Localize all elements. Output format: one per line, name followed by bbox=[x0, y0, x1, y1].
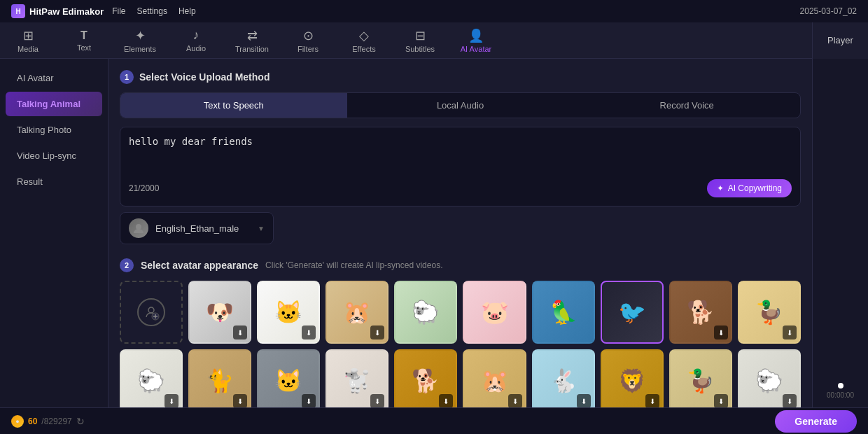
ai-copy-label: AI Copywriting bbox=[728, 183, 782, 193]
download-badge[interactable]: ⬇ bbox=[508, 394, 522, 407]
sidebar-item-result[interactable]: Result bbox=[6, 169, 102, 194]
title-bar: H HitPaw Edimakor File Settings Help 202… bbox=[0, 0, 868, 22]
tab-text-to-speech[interactable]: Text to Speech bbox=[120, 93, 347, 118]
avatar-hint: Click 'Generate' will create AI lip-sync… bbox=[265, 260, 442, 270]
player-button[interactable]: Player bbox=[812, 22, 868, 59]
download-badge[interactable]: ⬇ bbox=[302, 326, 316, 340]
download-badge[interactable]: ⬇ bbox=[302, 394, 316, 407]
avatar-card[interactable]: 🐑 ⬇ bbox=[120, 349, 183, 407]
filters-icon: ⊙ bbox=[303, 28, 314, 43]
avatar-card[interactable]: 🐷 bbox=[463, 281, 526, 344]
download-badge[interactable]: ⬇ bbox=[233, 394, 247, 407]
coin-amount: 60 bbox=[28, 416, 37, 426]
toolbar-text[interactable]: T Text bbox=[56, 22, 112, 59]
coin-total: /829297 bbox=[41, 416, 71, 426]
section2-header: 2 Select avatar appearance Click 'Genera… bbox=[120, 258, 801, 272]
app-name: HitPaw Edimakor bbox=[29, 6, 104, 17]
download-badge[interactable]: ⬇ bbox=[714, 326, 728, 340]
voice-avatar bbox=[129, 218, 148, 238]
toolbar-elements[interactable]: ✦ Elements bbox=[112, 22, 168, 59]
tab-record-voice[interactable]: Record Voice bbox=[573, 93, 800, 118]
toolbar-effects-label: Effects bbox=[352, 45, 375, 53]
avatar-card[interactable]: 🐑 ⬇ bbox=[738, 349, 801, 407]
avatar-card[interactable]: 🐈 ⬇ bbox=[188, 349, 251, 407]
text-icon: T bbox=[80, 29, 88, 42]
avatar-add-new[interactable] bbox=[120, 281, 183, 344]
avatar-card[interactable]: 🐱 ⬇ bbox=[257, 281, 320, 344]
toolbar-effects[interactable]: ◇ Effects bbox=[336, 22, 392, 59]
avatar-card[interactable]: 🐑 bbox=[394, 281, 457, 344]
section2-title: Select avatar appearance bbox=[141, 260, 258, 271]
coins-info: ● 60 /829297 ↻ bbox=[11, 415, 85, 428]
download-badge[interactable]: ⬇ bbox=[645, 394, 659, 407]
download-badge[interactable]: ⬇ bbox=[577, 394, 591, 407]
char-count: 21/2000 bbox=[129, 183, 159, 193]
avatar-card[interactable]: 🐕 ⬇ bbox=[669, 281, 732, 344]
voice-selector[interactable]: English_Ethan_male ▼ bbox=[120, 212, 274, 244]
avatar-card-selected[interactable]: 🐦 bbox=[601, 281, 664, 344]
tab-local-audio[interactable]: Local Audio bbox=[347, 93, 574, 118]
title-bar-left: H HitPaw Edimakor File Settings Help bbox=[11, 4, 196, 18]
toolbar-transition[interactable]: ⇄ Transition bbox=[224, 22, 280, 59]
toolbar-transition-label: Transition bbox=[235, 45, 269, 53]
download-badge[interactable]: ⬇ bbox=[233, 326, 247, 340]
toolbar-subtitles-label: Subtitles bbox=[405, 45, 435, 53]
avatar-card[interactable]: 🐕 ⬇ bbox=[394, 349, 457, 407]
download-badge[interactable]: ⬇ bbox=[714, 394, 728, 407]
toolbar-ai-avatar-label: AI Avatar bbox=[461, 45, 491, 53]
avatar-card[interactable]: 🦜 bbox=[532, 281, 595, 344]
toolbar-filters-label: Filters bbox=[298, 45, 318, 53]
menu-file[interactable]: File bbox=[112, 6, 125, 16]
section1-header: 1 Select Voice Upload Method bbox=[120, 70, 801, 84]
avatar-card[interactable]: 🦁 ⬇ bbox=[601, 349, 664, 407]
download-badge[interactable]: ⬇ bbox=[783, 326, 797, 340]
toolbar-ai-avatar[interactable]: 👤 AI Avatar bbox=[448, 22, 504, 59]
avatar-card[interactable]: 🐱 ⬇ bbox=[257, 349, 320, 407]
avatar-card[interactable]: 🐩 ⬇ bbox=[326, 349, 388, 407]
timeline-dot bbox=[838, 383, 844, 388]
ai-copywriting-button[interactable]: ✦ AI Copywriting bbox=[707, 179, 792, 197]
avatar-card[interactable]: 🐇 ⬇ bbox=[532, 349, 595, 407]
avatar-card[interactable]: 🦆 ⬇ bbox=[669, 349, 732, 407]
sidebar-item-talking-photo[interactable]: Talking Photo bbox=[6, 118, 102, 142]
audio-icon: ♪ bbox=[193, 28, 200, 43]
menu-help[interactable]: Help bbox=[178, 6, 196, 16]
download-badge[interactable]: ⬇ bbox=[439, 394, 453, 407]
svg-point-0 bbox=[136, 224, 141, 230]
download-badge[interactable]: ⬇ bbox=[164, 394, 178, 407]
date-display: 2025-03-07_02 bbox=[800, 6, 857, 16]
content-area: AI Avatar Talking Animal Talking Photo V… bbox=[0, 59, 868, 407]
menu-items: File Settings Help bbox=[112, 6, 195, 16]
avatar-card[interactable]: 🐹 ⬇ bbox=[326, 281, 388, 344]
sidebar-item-ai-avatar[interactable]: AI Avatar bbox=[6, 66, 102, 90]
sidebar-item-talking-animal[interactable]: Talking Animal bbox=[6, 92, 102, 116]
download-badge[interactable]: ⬇ bbox=[370, 326, 384, 340]
effects-icon: ◇ bbox=[359, 28, 369, 43]
logo-icon: H bbox=[11, 4, 25, 18]
avatar-card[interactable]: 🐹 ⬇ bbox=[463, 349, 526, 407]
section2-number: 2 bbox=[120, 258, 134, 272]
subtitles-icon: ⊟ bbox=[415, 28, 426, 43]
generate-button[interactable]: Generate bbox=[775, 410, 857, 433]
avatar-card[interactable]: 🐶 ⬇ bbox=[188, 281, 251, 344]
main-toolbar: ⊞ Media T Text ✦ Elements ♪ Audio ⇄ Tran… bbox=[0, 22, 868, 59]
refresh-icon[interactable]: ↻ bbox=[76, 416, 85, 427]
app-logo: H HitPaw Edimakor bbox=[11, 4, 104, 18]
toolbar-audio[interactable]: ♪ Audio bbox=[168, 22, 224, 59]
toolbar-audio-label: Audio bbox=[186, 44, 206, 52]
toolbar-subtitles[interactable]: ⊟ Subtitles bbox=[392, 22, 448, 59]
toolbar-filters[interactable]: ⊙ Filters bbox=[280, 22, 336, 59]
sidebar: AI Avatar Talking Animal Talking Photo V… bbox=[0, 59, 108, 407]
avatar-card[interactable]: 🦆 ⬇ bbox=[738, 281, 801, 344]
menu-settings[interactable]: Settings bbox=[137, 6, 167, 16]
section1-title: Select Voice Upload Method bbox=[139, 71, 270, 83]
speech-text-input[interactable]: hello my dear friends bbox=[129, 136, 792, 171]
voice-name: English_Ethan_male bbox=[155, 223, 251, 234]
sidebar-item-video-lip-sync[interactable]: Video Lip-sync bbox=[6, 144, 102, 168]
download-badge[interactable]: ⬇ bbox=[370, 394, 384, 407]
avatar-grid: 🐶 ⬇ 🐱 ⬇ 🐹 ⬇ 🐑 🐷 🦜 bbox=[120, 281, 801, 344]
toolbar-media[interactable]: ⊞ Media bbox=[0, 22, 56, 59]
voice-method-tabs: Text to Speech Local Audio Record Voice bbox=[120, 92, 801, 118]
download-badge[interactable]: ⬇ bbox=[783, 394, 797, 407]
elements-icon: ✦ bbox=[135, 28, 146, 43]
